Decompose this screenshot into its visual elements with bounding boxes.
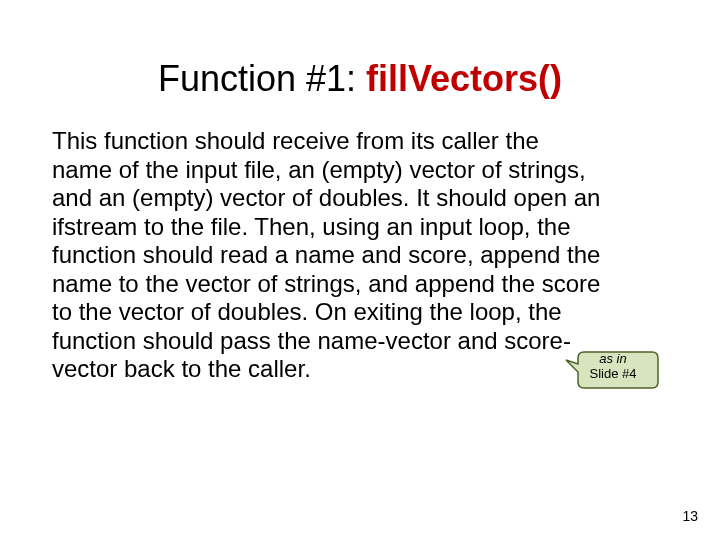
- callout-box: as in Slide #4: [564, 348, 650, 388]
- callout-line2: Slide #4: [590, 366, 637, 381]
- slide-title: Function #1: fillVectors(): [0, 58, 720, 100]
- title-function-name: fillVectors(): [366, 58, 562, 99]
- callout-line1: as in: [599, 351, 626, 366]
- slide: Function #1: fillVectors() This function…: [0, 0, 720, 540]
- title-prefix: Function #1:: [158, 58, 366, 99]
- slide-body-text: This function should receive from its ca…: [52, 127, 604, 384]
- callout-text: as in Slide #4: [578, 352, 648, 382]
- page-number: 13: [682, 508, 698, 524]
